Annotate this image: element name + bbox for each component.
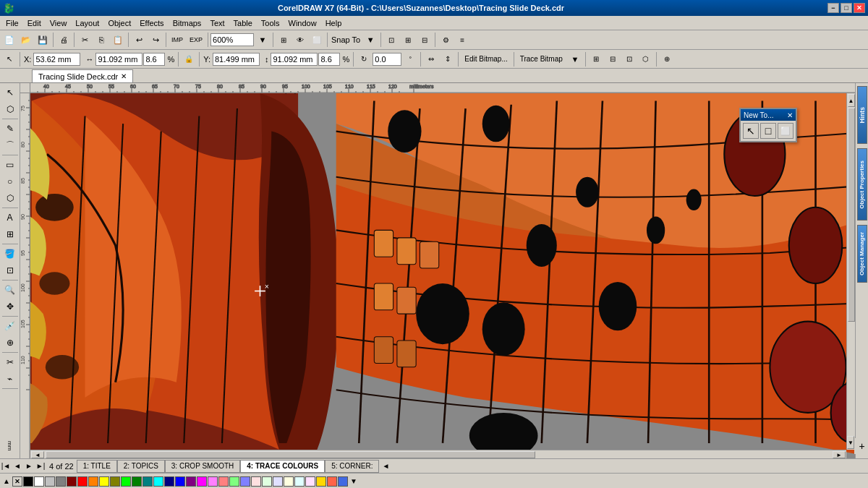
- ft-cursor-btn[interactable]: ↖: [743, 123, 759, 139]
- page-tab-3[interactable]: 3: CROP SMOOTH: [165, 460, 241, 473]
- interactive-tool[interactable]: ⊕: [1, 335, 19, 351]
- page-tab-2[interactable]: 2: TOPICS: [117, 460, 165, 473]
- zoom-tool[interactable]: 🔍: [1, 282, 19, 298]
- floating-toolbar-header[interactable]: New To... ✕: [741, 109, 796, 121]
- prop-btn4[interactable]: ⬡: [638, 51, 654, 67]
- color-olive[interactable]: [110, 476, 120, 487]
- w-pct-input[interactable]: [143, 53, 165, 66]
- menu-file[interactable]: File: [1, 17, 23, 29]
- color-red[interactable]: [77, 476, 88, 487]
- h-input[interactable]: [271, 53, 318, 66]
- no-color-swatch[interactable]: ✕: [12, 476, 22, 487]
- color-royalblue[interactable]: [338, 476, 348, 487]
- page-tab-4[interactable]: 4: TRACE COLOURS: [240, 460, 325, 473]
- color-lightcyan[interactable]: [294, 476, 305, 487]
- color-lime[interactable]: [121, 476, 131, 487]
- color-thistle[interactable]: [305, 476, 315, 487]
- angle-unit-btn[interactable]: °: [402, 51, 418, 67]
- color-silver[interactable]: [45, 476, 55, 487]
- angle-input[interactable]: [373, 53, 401, 66]
- color-navy[interactable]: [164, 476, 174, 487]
- color-blush[interactable]: [251, 476, 261, 487]
- lock-btn[interactable]: 🔒: [181, 51, 197, 67]
- new-button[interactable]: 📄: [1, 32, 17, 48]
- color-yellow[interactable]: [99, 476, 109, 487]
- menu-tools[interactable]: Tools: [257, 17, 284, 29]
- bezier-tool[interactable]: ⌒: [1, 137, 19, 153]
- mirror-h-btn[interactable]: ⇔: [423, 51, 439, 67]
- mirror-v-btn[interactable]: ⇕: [440, 51, 456, 67]
- menu-help[interactable]: Help: [321, 17, 346, 29]
- rs-plus-btn[interactable]: +: [854, 438, 869, 454]
- menu-bitmaps[interactable]: Bitmaps: [169, 17, 206, 29]
- page-last-btn[interactable]: ►|: [35, 460, 46, 473]
- page-tab-1[interactable]: 1: TITLE: [77, 460, 117, 473]
- color-magenta[interactable]: [197, 476, 207, 487]
- copy-button[interactable]: ⎘: [93, 32, 109, 48]
- cut-button[interactable]: ✂: [77, 32, 93, 48]
- menu-effects[interactable]: Effects: [135, 17, 168, 29]
- open-button[interactable]: 📂: [18, 32, 34, 48]
- color-periwinkle[interactable]: [240, 476, 250, 487]
- snap-btn2[interactable]: ⊞: [400, 32, 416, 48]
- full-screen-btn[interactable]: ⊞: [276, 32, 292, 48]
- snapto-dropdown[interactable]: ▼: [362, 32, 378, 48]
- menu-layout[interactable]: Layout: [71, 17, 103, 29]
- close-button[interactable]: ✕: [854, 3, 865, 13]
- color-tomato[interactable]: [327, 476, 337, 487]
- menu-window[interactable]: Window: [284, 17, 321, 29]
- crop-tool[interactable]: ✂: [1, 354, 19, 370]
- more-btn2[interactable]: ≡: [454, 32, 470, 48]
- minimize-button[interactable]: −: [827, 3, 839, 13]
- snap-btn3[interactable]: ⊟: [417, 32, 433, 48]
- color-gray[interactable]: [56, 476, 66, 487]
- page-prev-btn[interactable]: ◄: [12, 460, 23, 473]
- floating-toolbar-close[interactable]: ✕: [787, 111, 793, 119]
- color-purple[interactable]: [186, 476, 196, 487]
- color-gold[interactable]: [316, 476, 326, 487]
- page-first-btn[interactable]: |◄: [0, 460, 12, 473]
- x-input[interactable]: [33, 53, 80, 66]
- edit-bitmap-btn[interactable]: Edit Bitmap...: [461, 51, 511, 67]
- view-btn1[interactable]: 👁: [292, 32, 308, 48]
- w-input[interactable]: [95, 53, 142, 66]
- save-button[interactable]: 💾: [35, 32, 51, 48]
- h-scrollbar[interactable]: ◄ ►: [30, 450, 846, 458]
- menu-text[interactable]: Text: [205, 17, 229, 29]
- palette-left-btn[interactable]: ▲: [1, 476, 12, 487]
- fill-tool[interactable]: 🪣: [1, 246, 19, 262]
- color-blue[interactable]: [175, 476, 185, 487]
- angle-btn[interactable]: ↻: [356, 51, 372, 67]
- menu-view[interactable]: View: [46, 17, 72, 29]
- ruler-toggle-btn[interactable]: mm: [1, 438, 19, 454]
- h-pct-input[interactable]: [318, 53, 340, 66]
- eyedropper-tool[interactable]: 💉: [1, 318, 19, 334]
- outline-tool[interactable]: ⊡: [1, 262, 19, 278]
- color-cyan[interactable]: [153, 476, 163, 487]
- doc-tab-close[interactable]: ✕: [121, 72, 127, 80]
- redo-button[interactable]: ↪: [148, 32, 163, 48]
- view-btn2[interactable]: ⬜: [309, 32, 325, 48]
- color-green[interactable]: [132, 476, 142, 487]
- color-maroon[interactable]: [67, 476, 77, 487]
- page-tab-more[interactable]: ◄: [379, 462, 392, 470]
- ellipse-tool[interactable]: ○: [1, 174, 19, 189]
- color-cream[interactable]: [284, 476, 294, 487]
- knife-tool[interactable]: ⌁: [1, 371, 19, 387]
- y-input[interactable]: [213, 53, 260, 66]
- prop-btn3[interactable]: ⊡: [621, 51, 637, 67]
- color-white[interactable]: [34, 476, 44, 487]
- color-honeydew[interactable]: [262, 476, 272, 487]
- select-tool-btn[interactable]: ↖: [1, 51, 17, 67]
- menu-edit[interactable]: Edit: [23, 17, 46, 29]
- color-pink-light[interactable]: [208, 476, 218, 487]
- trace-bitmap-btn[interactable]: Trace Bitmap: [516, 51, 566, 67]
- color-teal[interactable]: [142, 476, 153, 487]
- doc-tab-main[interactable]: Tracing Slide Deck.cdr ✕: [32, 69, 133, 82]
- rect-tool[interactable]: ▭: [1, 157, 19, 173]
- text-tool[interactable]: A: [1, 210, 19, 226]
- zoom-input[interactable]: [210, 33, 254, 46]
- export-button[interactable]: EXP: [187, 32, 205, 48]
- page-next-btn[interactable]: ►: [23, 460, 35, 473]
- prop-btn2[interactable]: ⊟: [605, 51, 621, 67]
